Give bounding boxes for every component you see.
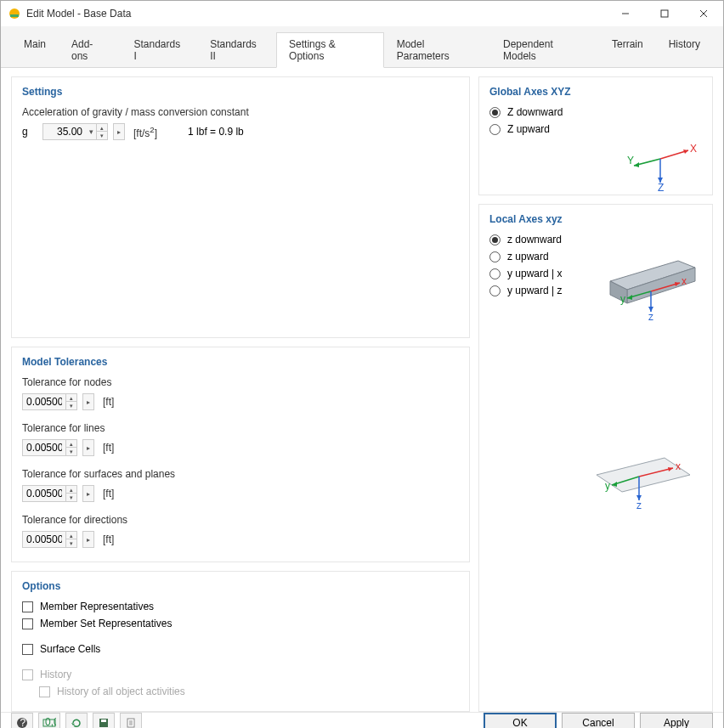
tab-settings-options[interactable]: Settings & Options bbox=[276, 32, 384, 68]
tolerance-nodes: Tolerance for nodes ▴▾ ▸ [ft] bbox=[22, 376, 459, 410]
tab-bar: Main Add-ons Standards I Standards II Se… bbox=[1, 26, 723, 68]
tab-model-parameters[interactable]: Model Parameters bbox=[384, 32, 490, 68]
local-axes-title: Local Axes xyz bbox=[489, 213, 702, 225]
maximize-button[interactable] bbox=[645, 1, 684, 26]
g-symbol: g bbox=[22, 126, 37, 138]
svg-text:x: x bbox=[682, 275, 687, 287]
tab-terrain[interactable]: Terrain bbox=[599, 32, 656, 68]
options-title: Options bbox=[22, 580, 459, 592]
global-axes-title: Global Axes XYZ bbox=[489, 86, 702, 98]
tol-surfaces-step[interactable]: ▸ bbox=[82, 485, 94, 502]
svg-text:y: y bbox=[605, 480, 610, 492]
option-history: History bbox=[22, 669, 459, 680]
tab-standards-2[interactable]: Standards II bbox=[197, 32, 276, 68]
svg-text:Z: Z bbox=[658, 182, 664, 191]
local-axes-panel: Local Axes xyz z downward z upward y upw… bbox=[478, 204, 713, 712]
tol-directions-label: Tolerance for directions bbox=[22, 514, 459, 526]
g-input-box: ▾ ▴▾ bbox=[42, 123, 108, 140]
tol-surfaces-input[interactable] bbox=[23, 486, 65, 501]
checkbox-icon bbox=[22, 644, 33, 655]
option-member-set-rep[interactable]: Member Set Representatives bbox=[22, 618, 459, 629]
option-member-rep[interactable]: Member Representatives bbox=[22, 601, 459, 612]
help-button[interactable]: ? bbox=[11, 713, 33, 728]
left-column: Settings Acceleration of gravity / mass … bbox=[11, 76, 470, 712]
window-title: Edit Model - Base Data bbox=[26, 8, 606, 20]
tol-nodes-spinner[interactable]: ▴▾ bbox=[65, 394, 76, 409]
report-button[interactable] bbox=[120, 713, 142, 728]
ok-button[interactable]: OK bbox=[484, 713, 557, 728]
tol-lines-label: Tolerance for lines bbox=[22, 422, 459, 434]
svg-rect-43 bbox=[101, 720, 106, 722]
window: Edit Model - Base Data Main Add-ons Stan… bbox=[0, 0, 724, 728]
svg-text:Y: Y bbox=[627, 155, 634, 166]
tol-surfaces-label: Tolerance for surfaces and planes bbox=[22, 468, 459, 480]
radio-z-downward[interactable]: Z downward bbox=[489, 106, 702, 118]
tol-nodes-box: ▴▾ bbox=[22, 393, 77, 410]
svg-rect-1 bbox=[10, 14, 19, 17]
tol-nodes-input[interactable] bbox=[23, 394, 65, 409]
tol-directions-spinner[interactable]: ▴▾ bbox=[65, 532, 76, 547]
footer: ? 0,00 OK Cancel Apply bbox=[1, 712, 723, 728]
tab-history[interactable]: History bbox=[656, 32, 713, 68]
global-axes-icon: X Y Z bbox=[489, 140, 702, 191]
tol-lines-step[interactable]: ▸ bbox=[82, 439, 94, 456]
tol-lines-box: ▴▾ bbox=[22, 439, 77, 456]
conversion-text: 1 lbf = 0.9 lb bbox=[188, 126, 244, 138]
chevron-down-icon[interactable]: ▾ bbox=[86, 127, 96, 136]
tol-directions-unit: [ft] bbox=[103, 533, 114, 545]
radio-local-z-down[interactable]: z downward bbox=[489, 234, 702, 245]
cancel-button[interactable]: Cancel bbox=[562, 713, 635, 728]
radio-z-upward[interactable]: Z upward bbox=[489, 123, 702, 135]
tol-nodes-unit: [ft] bbox=[103, 396, 114, 408]
refresh-button[interactable] bbox=[65, 713, 88, 728]
accel-label: Acceleration of gravity / mass conversio… bbox=[22, 106, 459, 118]
options-panel: Options Member Representatives Member Se… bbox=[11, 571, 470, 712]
g-unit: [ft/s2] bbox=[133, 125, 157, 139]
app-icon bbox=[8, 7, 21, 20]
radio-icon bbox=[489, 234, 501, 245]
tolerances-panel: Model Tolerances Tolerance for nodes ▴▾ … bbox=[11, 347, 470, 562]
tol-nodes-label: Tolerance for nodes bbox=[22, 376, 459, 388]
svg-marker-41 bbox=[71, 723, 75, 725]
tol-directions-box: ▴▾ bbox=[22, 531, 77, 548]
svg-rect-3 bbox=[661, 10, 668, 17]
g-spinner[interactable]: ▴▾ bbox=[96, 124, 107, 139]
global-axes-panel: Global Axes XYZ Z downward Z upward X Y … bbox=[478, 76, 713, 195]
tab-addons[interactable]: Add-ons bbox=[59, 32, 121, 68]
tolerance-surfaces: Tolerance for surfaces and planes ▴▾ ▸ [… bbox=[22, 468, 459, 502]
content-area: Settings Acceleration of gravity / mass … bbox=[1, 68, 723, 712]
tol-nodes-step[interactable]: ▸ bbox=[82, 393, 94, 410]
checkbox-icon bbox=[22, 618, 33, 629]
close-button[interactable] bbox=[684, 1, 723, 26]
checkbox-icon bbox=[22, 669, 33, 680]
svg-text:z: z bbox=[648, 311, 653, 323]
svg-text:x: x bbox=[676, 460, 681, 472]
svg-text:y: y bbox=[620, 293, 625, 305]
checkbox-icon bbox=[39, 686, 50, 697]
tab-main[interactable]: Main bbox=[11, 32, 59, 68]
tab-dependent-models[interactable]: Dependent Models bbox=[490, 32, 599, 68]
g-input[interactable] bbox=[43, 124, 86, 139]
option-surface-cells[interactable]: Surface Cells bbox=[22, 643, 459, 655]
right-column: Global Axes XYZ Z downward Z upward X Y … bbox=[478, 76, 713, 712]
units-button[interactable]: 0,00 bbox=[38, 713, 60, 728]
svg-point-0 bbox=[9, 8, 20, 19]
tolerance-directions: Tolerance for directions ▴▾ ▸ [ft] bbox=[22, 514, 459, 548]
tol-surfaces-spinner[interactable]: ▴▾ bbox=[65, 486, 76, 501]
svg-text:?: ? bbox=[20, 717, 26, 728]
save-button[interactable] bbox=[93, 713, 115, 728]
plane-axes-icon: x y z bbox=[489, 441, 702, 517]
settings-title: Settings bbox=[22, 86, 459, 98]
tolerances-title: Model Tolerances bbox=[22, 356, 459, 368]
tol-directions-input[interactable] bbox=[23, 532, 65, 547]
tab-standards-1[interactable]: Standards I bbox=[121, 32, 197, 68]
titlebar: Edit Model - Base Data bbox=[1, 1, 723, 26]
apply-button[interactable]: Apply bbox=[640, 713, 713, 728]
tol-directions-step[interactable]: ▸ bbox=[82, 531, 94, 548]
minimize-button[interactable] bbox=[606, 1, 645, 26]
tol-lines-input[interactable] bbox=[23, 440, 65, 455]
tol-lines-unit: [ft] bbox=[103, 442, 114, 454]
tol-lines-spinner[interactable]: ▴▾ bbox=[65, 440, 76, 455]
g-step-button[interactable]: ▸ bbox=[113, 123, 125, 140]
tol-surfaces-unit: [ft] bbox=[103, 488, 114, 499]
